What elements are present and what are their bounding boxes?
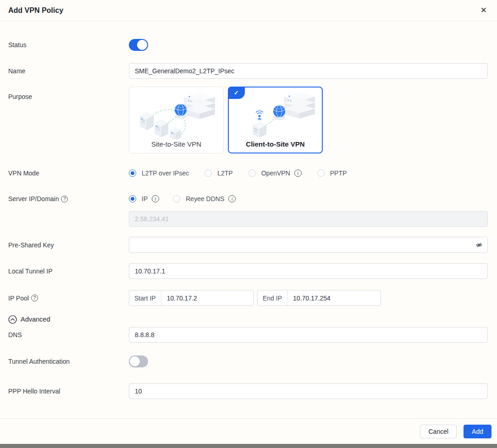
status-toggle[interactable]: [129, 39, 148, 51]
radio-reyee-ddns[interactable]: Reyee DDNS i: [173, 195, 236, 202]
dialog-title: Add VPN Policy: [8, 6, 63, 15]
globe: [273, 105, 285, 120]
local-tunnel-ip-row: Local Tunnel IP: [0, 263, 497, 279]
globe: [175, 104, 187, 119]
purpose-card-label: Client-to-Site VPN: [246, 140, 304, 153]
wifi-user-icon: [256, 110, 263, 121]
radio-label: PPTP: [330, 169, 347, 177]
radio-openvpn[interactable]: OpenVPN i: [248, 169, 302, 177]
server-ip-input-row: [0, 211, 497, 227]
server-ip-input: [129, 211, 488, 227]
radio-label: IP: [142, 195, 148, 202]
purpose-card-label: Site-to-Site VPN: [151, 140, 201, 153]
check-icon: ✓: [234, 89, 239, 96]
name-input[interactable]: [129, 63, 488, 79]
radio-ip[interactable]: IP i: [129, 195, 159, 202]
name-label: Name: [8, 67, 129, 75]
chevron-up-circle-icon: [8, 315, 17, 324]
radio-icon: [173, 195, 180, 202]
ppp-hello-interval-label: PPP Hello Interval: [8, 388, 129, 395]
info-icon[interactable]: i: [228, 195, 236, 202]
status-row: Status: [0, 39, 497, 51]
radio-icon: [129, 169, 136, 177]
radio-label: L2TP: [217, 169, 232, 177]
pre-shared-key-row: Pre-Shared Key: [0, 237, 497, 253]
vpn-mode-label: VPN Mode: [8, 169, 129, 177]
advanced-label: Advanced: [21, 316, 50, 323]
dialog-footer: Cancel Add: [0, 418, 497, 444]
radio-icon: [248, 169, 256, 177]
start-ip-prefix-label: Start IP: [129, 290, 161, 306]
cancel-button[interactable]: Cancel: [420, 425, 457, 438]
status-label: Status: [8, 41, 129, 49]
purpose-card-client-to-site[interactable]: ✓: [228, 87, 323, 153]
radio-icon: [129, 195, 136, 202]
add-button[interactable]: Add: [464, 425, 491, 438]
horizontal-scrollbar[interactable]: [0, 444, 497, 448]
start-ip-input[interactable]: [161, 290, 253, 306]
ppp-hello-interval-row: PPP Hello Interval: [0, 383, 497, 399]
end-ip-prefix-label: End IP: [258, 290, 287, 306]
dns-row: DNS: [0, 327, 497, 343]
ppp-hello-interval-input[interactable]: [129, 383, 488, 399]
ip-pool-end-group: End IP: [257, 290, 381, 306]
server-ip-domain-row: Server IP/Domain ? IP i Reyee DDNS i: [0, 194, 497, 204]
tunnel-authentication-toggle[interactable]: [129, 355, 148, 367]
vpn-mode-row: VPN Mode L2TP over IPsec L2TP OpenVPN i …: [0, 168, 497, 178]
toggle-knob: [130, 356, 140, 366]
radio-icon: [317, 169, 325, 177]
tunnel-authentication-row: Tunnel Authentication: [0, 355, 497, 367]
radio-l2tp-over-ipsec[interactable]: L2TP over IPsec: [129, 169, 189, 177]
toggle-knob: [137, 40, 147, 50]
radio-label: Reyee DDNS: [186, 195, 224, 202]
tunnel-authentication-label: Tunnel Authentication: [8, 358, 129, 365]
local-tunnel-ip-input[interactable]: [129, 263, 488, 279]
site-to-site-illustration: [136, 87, 217, 140]
radio-label: OpenVPN: [261, 169, 290, 177]
dns-input[interactable]: [129, 327, 488, 343]
pre-shared-key-input[interactable]: [129, 237, 488, 253]
advanced-section-toggle[interactable]: Advanced: [0, 315, 497, 324]
server-ip-domain-label: Server IP/Domain: [8, 195, 59, 202]
info-icon[interactable]: i: [152, 195, 159, 202]
pre-shared-key-label: Pre-Shared Key: [8, 241, 129, 249]
help-icon[interactable]: ?: [61, 196, 68, 202]
radio-pptp[interactable]: PPTP: [317, 169, 347, 177]
end-ip-input[interactable]: [287, 290, 381, 306]
radio-icon: [204, 169, 212, 177]
purpose-card-site-to-site[interactable]: Site-to-Site VPN: [129, 87, 224, 153]
client-to-site-illustration: [235, 87, 316, 140]
purpose-row: Purpose: [0, 87, 497, 153]
dialog-header: Add VPN Policy ✕: [0, 0, 497, 21]
ip-pool-row: IP Pool ? Start IP End IP: [0, 290, 497, 306]
radio-l2tp[interactable]: L2TP: [204, 169, 232, 177]
radio-label: L2TP over IPsec: [142, 169, 189, 177]
ip-pool-label: IP Pool: [8, 295, 29, 302]
purpose-label: Purpose: [8, 87, 129, 100]
local-tunnel-ip-label: Local Tunnel IP: [8, 268, 129, 275]
eye-off-icon[interactable]: [475, 241, 483, 249]
dns-label: DNS: [8, 331, 129, 339]
help-icon[interactable]: ?: [31, 295, 38, 301]
selected-check-badge: ✓: [228, 87, 245, 99]
close-icon[interactable]: ✕: [480, 6, 487, 14]
name-row: Name: [0, 63, 497, 79]
info-icon[interactable]: i: [294, 169, 302, 177]
ip-pool-start-group: Start IP: [129, 290, 254, 306]
